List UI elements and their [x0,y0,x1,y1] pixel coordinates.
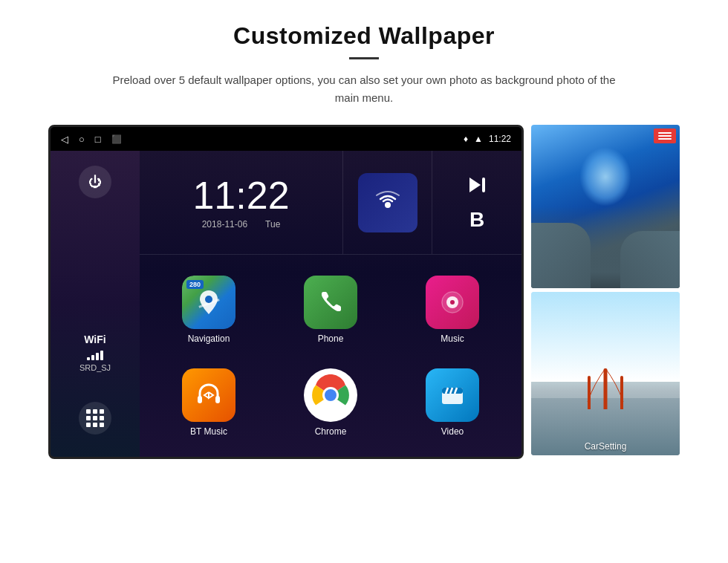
app-item-chrome[interactable]: Chrome [273,359,388,445]
map-pin-icon [198,289,220,316]
location-icon: ♦ [464,134,468,144]
chrome-label: Chrome [315,426,347,437]
svg-point-3 [205,296,212,303]
device-frame: ◁ ○ □ ⬛ ♦ ▲ 11:22 ⏻ [48,125,524,459]
svg-point-12 [325,389,337,401]
media-icon-box [358,173,417,232]
phone-label: Phone [318,333,344,344]
left-rock [531,223,591,288]
music-svg-icon [439,289,466,316]
page-subtitle: Preload over 5 default wallpaper options… [104,71,624,107]
bridge-main [583,365,628,409]
navigation-label: Navigation [188,333,230,344]
chrome-svg-icon [310,374,351,416]
small-preview-1 [654,128,676,143]
device-body: ⏻ WiFi SRD_SJ [51,151,521,457]
dot [86,416,91,420]
power-icon: ⏻ [88,175,102,190]
dot [86,423,91,427]
b-widget[interactable]: B [469,208,484,232]
chrome-icon [304,368,357,422]
app-grid: 280 Navigation [140,255,521,457]
wifi-ssid: SRD_SJ [79,363,111,372]
wifi-bar-3 [96,353,99,360]
top-row: 11:22 2018-11-06 Tue [140,151,521,255]
wifi-signal-icon: ▲ [474,134,483,144]
dot [93,409,97,414]
page-container: Customized Wallpaper Preload over 5 defa… [0,0,728,563]
screenshot-icon[interactable]: ⬛ [111,134,122,144]
svg-point-6 [450,300,455,305]
preview-line [658,132,672,134]
left-sidebar: ⏻ WiFi SRD_SJ [51,151,140,457]
dot [86,409,91,414]
dot [100,416,104,420]
carsetting-label: CarSetting [585,441,627,452]
wifi-bar-4 [100,351,103,360]
bt-svg-icon [194,380,224,410]
media-widget[interactable] [343,151,432,254]
broadcast-icon [369,184,406,221]
bridge-cables [583,368,628,409]
app-item-btmusic[interactable]: BT Music [152,359,266,445]
power-button[interactable]: ⏻ [79,166,111,198]
btmusic-label: BT Music [190,426,227,437]
svg-rect-9 [215,396,220,403]
ki-icon [466,174,488,196]
dot [100,409,104,414]
app-item-music[interactable]: Music [395,267,510,352]
phone-svg-icon [317,289,344,316]
video-svg-icon [438,380,467,410]
wallpaper-thumbnails: CarSetting [524,125,676,455]
video-label: Video [441,426,464,437]
dot [100,423,104,427]
clock-date: 2018-11-06 Tue [202,219,281,230]
map-road-bg: 280 [182,276,235,329]
status-time: 11:22 [489,134,511,144]
clock-time: 11:22 [192,176,289,215]
right-rock [620,231,680,288]
apps-grid-icon [86,409,104,427]
date-value: 2018-11-06 [202,219,247,230]
back-icon[interactable]: ◁ [61,134,68,145]
svg-point-0 [385,202,391,208]
title-divider [349,57,379,59]
status-bar: ◁ ○ □ ⬛ ♦ ▲ 11:22 [51,127,521,151]
phone-icon [304,276,357,329]
wifi-bars [79,348,111,360]
dot [93,416,97,420]
page-title: Customized Wallpaper [233,22,495,50]
app-item-video[interactable]: Video [395,359,510,445]
music-icon [426,276,479,329]
wifi-bar-2 [91,355,94,360]
wifi-bar-1 [87,357,90,360]
wallpaper-thumb-bridge[interactable]: CarSetting [531,292,680,455]
ki-widget[interactable] [466,174,488,201]
wifi-label: WiFi [79,333,111,345]
day-value: Tue [265,219,280,230]
ice-light [579,147,631,206]
app-item-navigation[interactable]: 280 Navigation [152,267,266,352]
status-bar-left: ◁ ○ □ ⬛ [61,134,122,145]
btmusic-icon [182,368,235,422]
home-icon[interactable]: ○ [79,134,85,145]
dot [93,423,97,427]
apps-button[interactable] [79,402,111,435]
wallpaper-thumb-ice[interactable] [531,125,680,288]
carsetting-area: CarSetting [531,441,680,452]
app-item-phone[interactable]: Phone [273,267,388,352]
video-icon [426,368,479,422]
music-label: Music [441,333,464,344]
main-screen: 11:22 2018-11-06 Tue [140,151,521,457]
recents-icon[interactable]: □ [95,134,101,145]
preview-line [658,135,672,137]
svg-rect-2 [482,178,485,192]
top-right-widgets: B [432,151,521,254]
svg-marker-1 [469,178,481,192]
preview-line [658,138,672,140]
navigation-icon: 280 [182,276,235,329]
main-content: ◁ ○ □ ⬛ ♦ ▲ 11:22 ⏻ [48,125,680,459]
clock-widget: 11:22 2018-11-06 Tue [140,151,343,254]
nav-badge: 280 [186,280,204,289]
wifi-info: WiFi SRD_SJ [79,333,111,372]
